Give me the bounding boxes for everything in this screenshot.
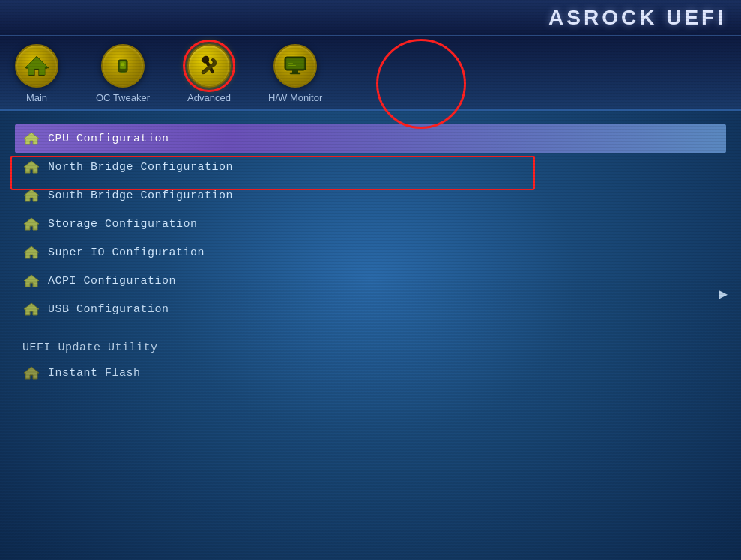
usb-arrow-icon [22, 301, 40, 317]
svg-marker-2 [25, 57, 48, 75]
menu-item-instant-flash-label: Instant Flash [48, 367, 141, 380]
svg-rect-18 [288, 63, 293, 64]
svg-marker-23 [24, 218, 39, 230]
main-content: CPU Configuration North Bridge Configura… [0, 111, 741, 407]
tab-oc-tweaker-label: OC Tweaker [96, 92, 150, 103]
tab-advanced-label: Advanced [187, 92, 231, 103]
menu-item-south-bridge-label: South Bridge Configuration [48, 189, 233, 202]
tab-main[interactable]: Main [15, 44, 58, 109]
app-title: ASROCK UEFI [548, 6, 726, 30]
menu-item-north-bridge-label: North Bridge Configuration [48, 161, 233, 174]
home-icon [25, 55, 49, 77]
utility-section-header: UEFI Update Utility [15, 329, 726, 359]
svg-rect-17 [288, 61, 294, 61]
south-bridge-arrow-icon [22, 187, 40, 204]
super-io-arrow-icon [22, 244, 40, 261]
menu-item-cpu-config-label: CPU Configuration [48, 133, 169, 145]
svg-point-12 [203, 71, 205, 73]
svg-marker-20 [24, 133, 39, 144]
nav-bar: Main OC Tweaker [0, 36, 741, 111]
svg-marker-26 [24, 303, 39, 315]
acpi-arrow-icon [22, 273, 40, 289]
menu-item-usb-label: USB Configuration [48, 303, 169, 316]
config-menu-section: CPU Configuration North Bridge Configura… [15, 124, 726, 323]
instant-flash-arrow-icon [22, 365, 40, 381]
svg-point-6 [121, 62, 125, 67]
menu-item-acpi[interactable]: ACPI Configuration [15, 267, 726, 295]
menu-item-storage[interactable]: Storage Configuration [15, 210, 726, 238]
cpu-config-arrow-icon [22, 130, 40, 147]
hw-monitor-icon-wrap [273, 44, 317, 88]
header: ASROCK UEFI [0, 0, 741, 36]
north-bridge-arrow-icon [22, 159, 40, 175]
cursor-indicator: ▶ [719, 284, 728, 303]
menu-item-cpu-config[interactable]: CPU Configuration [15, 124, 726, 153]
tab-hw-monitor[interactable]: H/W Monitor [268, 44, 322, 109]
svg-rect-16 [290, 73, 300, 74]
svg-rect-5 [121, 72, 125, 73]
menu-item-acpi-label: ACPI Configuration [48, 275, 176, 287]
main-icon-wrap [15, 44, 58, 88]
monitor-icon [282, 54, 308, 78]
menu-item-usb[interactable]: USB Configuration [15, 295, 726, 323]
menu-item-super-io-label: Super IO Configuration [48, 246, 205, 259]
menu-item-south-bridge[interactable]: South Bridge Configuration [15, 181, 726, 210]
tab-main-label: Main [26, 92, 47, 103]
advanced-icon-wrap [187, 44, 231, 88]
tab-hw-monitor-label: H/W Monitor [268, 92, 322, 103]
oc-tweaker-icon-wrap [101, 44, 145, 88]
utility-menu-section: Instant Flash [15, 359, 726, 387]
svg-marker-24 [24, 246, 39, 258]
svg-marker-27 [24, 367, 39, 379]
menu-item-north-bridge[interactable]: North Bridge Configuration [15, 153, 726, 181]
menu-item-storage-label: Storage Configuration [48, 218, 198, 231]
tab-advanced[interactable]: Advanced [187, 44, 231, 109]
svg-rect-15 [292, 70, 298, 73]
svg-marker-25 [24, 275, 39, 287]
svg-marker-21 [24, 161, 39, 173]
menu-item-instant-flash[interactable]: Instant Flash [15, 359, 726, 387]
menu-item-super-io[interactable]: Super IO Configuration [15, 238, 726, 267]
svg-marker-22 [24, 189, 39, 201]
storage-arrow-icon [22, 216, 40, 232]
wrench-icon [196, 53, 222, 79]
refresh-icon [111, 54, 135, 78]
svg-rect-19 [288, 65, 296, 66]
tab-oc-tweaker[interactable]: OC Tweaker [96, 44, 150, 109]
